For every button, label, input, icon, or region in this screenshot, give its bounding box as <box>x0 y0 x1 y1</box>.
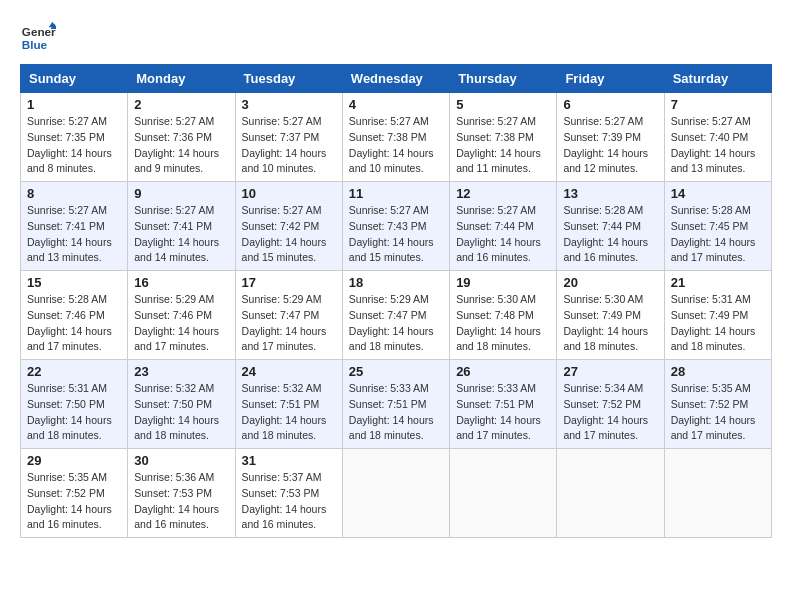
calendar-cell <box>557 449 664 538</box>
calendar-cell: 27 Sunrise: 5:34 AMSunset: 7:52 PMDaylig… <box>557 360 664 449</box>
day-info: Sunrise: 5:28 AMSunset: 7:46 PMDaylight:… <box>27 293 112 352</box>
day-number: 26 <box>456 364 550 379</box>
dow-header: Friday <box>557 65 664 93</box>
calendar-cell: 7 Sunrise: 5:27 AMSunset: 7:40 PMDayligh… <box>664 93 771 182</box>
day-info: Sunrise: 5:27 AMSunset: 7:38 PMDaylight:… <box>349 115 434 174</box>
day-info: Sunrise: 5:33 AMSunset: 7:51 PMDaylight:… <box>349 382 434 441</box>
calendar-cell <box>664 449 771 538</box>
day-number: 15 <box>27 275 121 290</box>
logo: General Blue <box>20 20 56 56</box>
day-number: 1 <box>27 97 121 112</box>
calendar-cell: 4 Sunrise: 5:27 AMSunset: 7:38 PMDayligh… <box>342 93 449 182</box>
day-number: 27 <box>563 364 657 379</box>
day-info: Sunrise: 5:27 AMSunset: 7:36 PMDaylight:… <box>134 115 219 174</box>
calendar-cell: 23 Sunrise: 5:32 AMSunset: 7:50 PMDaylig… <box>128 360 235 449</box>
calendar-cell: 20 Sunrise: 5:30 AMSunset: 7:49 PMDaylig… <box>557 271 664 360</box>
day-info: Sunrise: 5:35 AMSunset: 7:52 PMDaylight:… <box>27 471 112 530</box>
logo-icon: General Blue <box>20 20 56 56</box>
calendar-cell: 21 Sunrise: 5:31 AMSunset: 7:49 PMDaylig… <box>664 271 771 360</box>
calendar-cell: 19 Sunrise: 5:30 AMSunset: 7:48 PMDaylig… <box>450 271 557 360</box>
day-info: Sunrise: 5:27 AMSunset: 7:41 PMDaylight:… <box>134 204 219 263</box>
day-number: 3 <box>242 97 336 112</box>
day-number: 17 <box>242 275 336 290</box>
calendar-week-row: 22 Sunrise: 5:31 AMSunset: 7:50 PMDaylig… <box>21 360 772 449</box>
calendar-cell <box>342 449 449 538</box>
day-number: 5 <box>456 97 550 112</box>
day-number: 11 <box>349 186 443 201</box>
calendar-cell: 28 Sunrise: 5:35 AMSunset: 7:52 PMDaylig… <box>664 360 771 449</box>
calendar-cell: 1 Sunrise: 5:27 AMSunset: 7:35 PMDayligh… <box>21 93 128 182</box>
calendar-cell: 12 Sunrise: 5:27 AMSunset: 7:44 PMDaylig… <box>450 182 557 271</box>
svg-text:Blue: Blue <box>22 38 48 51</box>
day-number: 25 <box>349 364 443 379</box>
day-info: Sunrise: 5:31 AMSunset: 7:50 PMDaylight:… <box>27 382 112 441</box>
calendar-week-row: 1 Sunrise: 5:27 AMSunset: 7:35 PMDayligh… <box>21 93 772 182</box>
day-number: 4 <box>349 97 443 112</box>
calendar-cell: 22 Sunrise: 5:31 AMSunset: 7:50 PMDaylig… <box>21 360 128 449</box>
day-info: Sunrise: 5:32 AMSunset: 7:51 PMDaylight:… <box>242 382 327 441</box>
dow-header: Wednesday <box>342 65 449 93</box>
day-info: Sunrise: 5:27 AMSunset: 7:37 PMDaylight:… <box>242 115 327 174</box>
day-number: 23 <box>134 364 228 379</box>
calendar-body: 1 Sunrise: 5:27 AMSunset: 7:35 PMDayligh… <box>21 93 772 538</box>
day-number: 16 <box>134 275 228 290</box>
day-info: Sunrise: 5:34 AMSunset: 7:52 PMDaylight:… <box>563 382 648 441</box>
day-info: Sunrise: 5:30 AMSunset: 7:49 PMDaylight:… <box>563 293 648 352</box>
day-info: Sunrise: 5:27 AMSunset: 7:40 PMDaylight:… <box>671 115 756 174</box>
calendar-cell: 24 Sunrise: 5:32 AMSunset: 7:51 PMDaylig… <box>235 360 342 449</box>
calendar-cell: 31 Sunrise: 5:37 AMSunset: 7:53 PMDaylig… <box>235 449 342 538</box>
dow-header: Monday <box>128 65 235 93</box>
calendar-cell: 18 Sunrise: 5:29 AMSunset: 7:47 PMDaylig… <box>342 271 449 360</box>
day-info: Sunrise: 5:28 AMSunset: 7:45 PMDaylight:… <box>671 204 756 263</box>
calendar-cell: 26 Sunrise: 5:33 AMSunset: 7:51 PMDaylig… <box>450 360 557 449</box>
calendar-cell: 8 Sunrise: 5:27 AMSunset: 7:41 PMDayligh… <box>21 182 128 271</box>
calendar-cell: 14 Sunrise: 5:28 AMSunset: 7:45 PMDaylig… <box>664 182 771 271</box>
calendar-cell: 30 Sunrise: 5:36 AMSunset: 7:53 PMDaylig… <box>128 449 235 538</box>
calendar-cell: 6 Sunrise: 5:27 AMSunset: 7:39 PMDayligh… <box>557 93 664 182</box>
calendar-cell: 25 Sunrise: 5:33 AMSunset: 7:51 PMDaylig… <box>342 360 449 449</box>
day-info: Sunrise: 5:29 AMSunset: 7:46 PMDaylight:… <box>134 293 219 352</box>
day-number: 30 <box>134 453 228 468</box>
day-number: 13 <box>563 186 657 201</box>
calendar-cell: 16 Sunrise: 5:29 AMSunset: 7:46 PMDaylig… <box>128 271 235 360</box>
day-number: 24 <box>242 364 336 379</box>
day-number: 20 <box>563 275 657 290</box>
day-info: Sunrise: 5:29 AMSunset: 7:47 PMDaylight:… <box>349 293 434 352</box>
dow-header: Sunday <box>21 65 128 93</box>
calendar-cell: 5 Sunrise: 5:27 AMSunset: 7:38 PMDayligh… <box>450 93 557 182</box>
calendar-table: SundayMondayTuesdayWednesdayThursdayFrid… <box>20 64 772 538</box>
day-number: 2 <box>134 97 228 112</box>
day-info: Sunrise: 5:27 AMSunset: 7:43 PMDaylight:… <box>349 204 434 263</box>
day-info: Sunrise: 5:27 AMSunset: 7:35 PMDaylight:… <box>27 115 112 174</box>
calendar-cell: 11 Sunrise: 5:27 AMSunset: 7:43 PMDaylig… <box>342 182 449 271</box>
calendar-cell <box>450 449 557 538</box>
day-info: Sunrise: 5:32 AMSunset: 7:50 PMDaylight:… <box>134 382 219 441</box>
day-number: 28 <box>671 364 765 379</box>
day-number: 9 <box>134 186 228 201</box>
day-of-week-row: SundayMondayTuesdayWednesdayThursdayFrid… <box>21 65 772 93</box>
calendar-cell: 17 Sunrise: 5:29 AMSunset: 7:47 PMDaylig… <box>235 271 342 360</box>
page-header: General Blue <box>20 20 772 56</box>
calendar-cell: 9 Sunrise: 5:27 AMSunset: 7:41 PMDayligh… <box>128 182 235 271</box>
dow-header: Saturday <box>664 65 771 93</box>
day-number: 10 <box>242 186 336 201</box>
day-info: Sunrise: 5:28 AMSunset: 7:44 PMDaylight:… <box>563 204 648 263</box>
calendar-week-row: 29 Sunrise: 5:35 AMSunset: 7:52 PMDaylig… <box>21 449 772 538</box>
day-info: Sunrise: 5:37 AMSunset: 7:53 PMDaylight:… <box>242 471 327 530</box>
day-number: 8 <box>27 186 121 201</box>
day-number: 22 <box>27 364 121 379</box>
day-info: Sunrise: 5:35 AMSunset: 7:52 PMDaylight:… <box>671 382 756 441</box>
day-info: Sunrise: 5:27 AMSunset: 7:44 PMDaylight:… <box>456 204 541 263</box>
day-info: Sunrise: 5:27 AMSunset: 7:42 PMDaylight:… <box>242 204 327 263</box>
day-number: 31 <box>242 453 336 468</box>
day-info: Sunrise: 5:31 AMSunset: 7:49 PMDaylight:… <box>671 293 756 352</box>
day-number: 7 <box>671 97 765 112</box>
day-info: Sunrise: 5:29 AMSunset: 7:47 PMDaylight:… <box>242 293 327 352</box>
day-number: 14 <box>671 186 765 201</box>
day-number: 6 <box>563 97 657 112</box>
day-info: Sunrise: 5:30 AMSunset: 7:48 PMDaylight:… <box>456 293 541 352</box>
day-number: 21 <box>671 275 765 290</box>
day-number: 19 <box>456 275 550 290</box>
calendar-week-row: 15 Sunrise: 5:28 AMSunset: 7:46 PMDaylig… <box>21 271 772 360</box>
day-number: 12 <box>456 186 550 201</box>
